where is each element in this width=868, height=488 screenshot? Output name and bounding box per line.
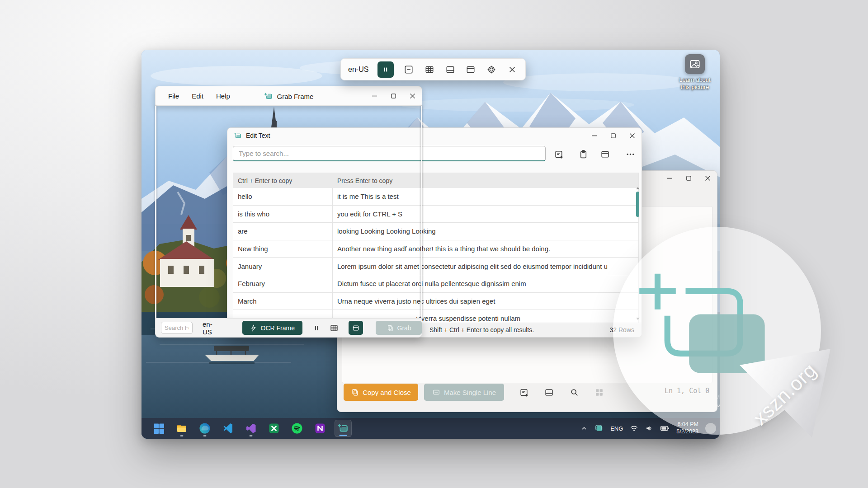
panel-bottom-icon[interactable]: [544, 387, 554, 397]
taskbar-spotify-icon[interactable]: [288, 420, 306, 437]
frame-search-input[interactable]: [161, 322, 193, 334]
taskbar-text-grab-icon[interactable]: [335, 420, 352, 437]
copy-all-hint: Shift + Ctrl + Enter to copy all results…: [429, 326, 534, 333]
edit-text-close-button[interactable]: [623, 128, 642, 143]
edit-text-maximize-button[interactable]: [604, 128, 623, 143]
table-header-col1: Ctrl + Enter to copy: [233, 173, 333, 188]
table-row[interactable]: March Urna neque viverra justo nec ultri…: [233, 293, 638, 310]
make-single-line-label: Make Single Line: [444, 389, 496, 396]
textgrab-floating-toolbar[interactable]: en-US: [340, 58, 526, 80]
table-row[interactable]: hello it is me This is a test: [233, 188, 638, 206]
results-table: Ctrl + Enter to copy Press Enter to copy…: [233, 173, 639, 324]
taskbar-visual-studio-icon[interactable]: [242, 420, 259, 437]
grab-frame-titlebar[interactable]: File Edit Help Grab Frame: [155, 86, 422, 106]
ocr-frame-button[interactable]: OCR Frame: [242, 321, 302, 335]
editor-maximize-button[interactable]: [679, 171, 698, 186]
search-input[interactable]: [233, 146, 546, 161]
grab-frame-maximize-button[interactable]: [384, 86, 403, 105]
pause-icon[interactable]: [312, 324, 321, 332]
text-grab-logo-icon: [264, 92, 273, 100]
grab-frame-minimize-button[interactable]: [365, 86, 384, 105]
grab-frame-close-button[interactable]: [403, 86, 422, 105]
running-indicator: [203, 435, 207, 436]
running-indicator: [180, 435, 184, 436]
table-icon[interactable]: [424, 64, 435, 75]
ocr-frame-label: OCR Frame: [261, 324, 295, 332]
edit-window-toggle-button[interactable]: [349, 321, 363, 335]
frame-language-label: en-US: [203, 320, 222, 336]
make-single-line-button[interactable]: Make Single Line: [424, 384, 504, 401]
copy-and-close-button[interactable]: Copy and Close: [344, 384, 418, 401]
menu-help[interactable]: Help: [210, 86, 236, 105]
grab-frame-title: Grab Frame: [277, 93, 314, 100]
running-indicator: [250, 435, 253, 436]
edit-text-title: Edit Text: [246, 132, 270, 139]
settings-gear-icon[interactable]: [486, 64, 497, 75]
active-indicator: [340, 435, 347, 436]
grab-frame-bottombar: en-US OCR Frame: [155, 318, 422, 338]
taskbar-start-button[interactable]: [150, 420, 167, 437]
editor-close-button[interactable]: [698, 171, 717, 186]
edit-text-titlebar[interactable]: Edit Text: [227, 128, 642, 143]
editor-minimize-button[interactable]: [660, 171, 679, 186]
tray-chevron-up-icon[interactable]: [580, 425, 588, 432]
table-icon[interactable]: [330, 324, 339, 333]
grab-frame-right-border: [421, 106, 422, 318]
scroll-up-arrow[interactable]: [636, 187, 640, 189]
menu-edit[interactable]: Edit: [185, 86, 210, 105]
panel-top-icon[interactable]: [465, 64, 476, 75]
tray-text-grab-icon[interactable]: [594, 424, 604, 432]
table-row[interactable]: January Lorem ipsum dolor sit amet conse…: [233, 258, 638, 275]
edit-text-window: Edit Text: [227, 127, 642, 338]
table-header-col2: Press Enter to copy: [333, 173, 638, 188]
search-icon[interactable]: [569, 387, 579, 397]
more-options-icon[interactable]: [625, 149, 635, 159]
taskbar-excel-icon[interactable]: [265, 420, 283, 437]
taskbar-file-explorer-icon[interactable]: [173, 420, 190, 437]
edit-text-minimize-button[interactable]: [585, 128, 604, 143]
xszn-sticker: xszn.org: [613, 227, 821, 435]
taskbar-onenote-icon[interactable]: [311, 420, 329, 437]
taskbar-edge-icon[interactable]: [196, 420, 213, 437]
toolbar-language-label: en-US: [348, 66, 368, 74]
scrollbar-thumb[interactable]: [636, 192, 639, 217]
save-note-icon[interactable]: [519, 387, 529, 397]
panel-top-icon[interactable]: [600, 149, 610, 159]
panel-bottom-icon[interactable]: [444, 64, 456, 75]
pause-button[interactable]: [377, 61, 394, 78]
close-icon[interactable]: [506, 64, 518, 75]
grab-label: Grab: [397, 324, 411, 332]
grab-button[interactable]: Grab: [376, 321, 422, 335]
copy-and-close-label: Copy and Close: [363, 389, 411, 396]
save-note-icon[interactable]: [554, 149, 564, 159]
collapse-icon[interactable]: [403, 64, 415, 75]
table-row[interactable]: February Dictum fusce ut placerat orci n…: [233, 275, 638, 293]
taskbar-vscode-icon[interactable]: [219, 420, 236, 437]
text-grab-logo-icon: [234, 132, 242, 140]
table-row[interactable]: New thing Another new thing asdf another…: [233, 240, 638, 258]
table-header: Ctrl + Enter to copy Press Enter to copy: [233, 173, 638, 188]
grab-frame-left-border: [155, 106, 156, 318]
grid-view-icon[interactable]: [594, 387, 604, 397]
table-row[interactable]: are looking Looking Looking Looking: [233, 223, 638, 240]
menu-file[interactable]: File: [162, 86, 185, 105]
learn-about-caption: Learn about this picture: [674, 76, 716, 91]
learn-about-picture-icon[interactable]: [685, 54, 705, 74]
clipboard-icon[interactable]: [578, 149, 588, 159]
table-row[interactable]: is this who you edit for CTRL + S: [233, 206, 638, 223]
